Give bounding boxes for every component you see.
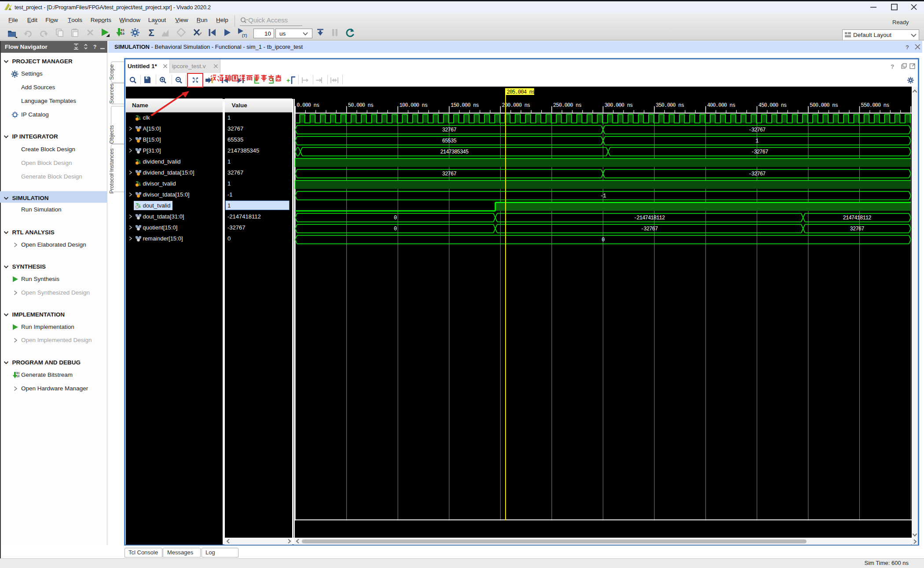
svg-text:(T): (T) bbox=[242, 33, 247, 38]
svg-text:01: 01 bbox=[16, 372, 19, 375]
svg-text:400.000 ns: 400.000 ns bbox=[707, 102, 736, 109]
svg-text:0: 0 bbox=[394, 226, 397, 232]
svg-text:2147418112: 2147418112 bbox=[843, 215, 872, 221]
svg-text:1: 1 bbox=[755, 138, 759, 144]
svg-text:350.000 ns: 350.000 ns bbox=[656, 102, 684, 109]
svg-text:200.000 ns: 200.000 ns bbox=[502, 102, 531, 109]
svg-text:-2147418112: -2147418112 bbox=[634, 215, 665, 221]
svg-text:-32767: -32767 bbox=[748, 127, 766, 133]
svg-text:450.000 ns: 450.000 ns bbox=[759, 102, 787, 109]
svg-text:0: 0 bbox=[394, 215, 397, 221]
svg-text:01: 01 bbox=[121, 29, 125, 32]
svg-text:0.000 ns: 0.000 ns bbox=[297, 102, 319, 109]
svg-text:550.000 ns: 550.000 ns bbox=[861, 102, 890, 109]
svg-text:?: ? bbox=[891, 63, 894, 70]
svg-text:32767: 32767 bbox=[442, 171, 457, 177]
svg-text:0: 0 bbox=[601, 237, 605, 243]
svg-text:10: 10 bbox=[16, 375, 19, 378]
svg-text:250.000 ns: 250.000 ns bbox=[553, 102, 582, 109]
svg-text:?: ? bbox=[906, 44, 909, 51]
svg-text:?: ? bbox=[93, 44, 96, 50]
svg-text:-32767: -32767 bbox=[641, 226, 658, 232]
svg-text:100.000 ns: 100.000 ns bbox=[399, 102, 428, 109]
svg-text:300.000 ns: 300.000 ns bbox=[605, 102, 633, 109]
svg-text:2147385345: 2147385345 bbox=[440, 149, 469, 155]
svg-text:-32767: -32767 bbox=[748, 171, 766, 177]
svg-text:-32767: -32767 bbox=[751, 149, 768, 155]
svg-text:50.000 ns: 50.000 ns bbox=[348, 102, 374, 109]
svg-text:32767: 32767 bbox=[442, 127, 457, 133]
svg-text:150.000 ns: 150.000 ns bbox=[451, 102, 479, 109]
svg-text:-1: -1 bbox=[600, 193, 606, 199]
svg-text:+: + bbox=[286, 77, 290, 84]
svg-text:65535: 65535 bbox=[442, 138, 457, 144]
svg-text:32767: 32767 bbox=[850, 226, 865, 232]
svg-text:500.000 ns: 500.000 ns bbox=[810, 102, 838, 109]
svg-text:205.004 ns: 205.004 ns bbox=[507, 89, 535, 95]
svg-text:10: 10 bbox=[121, 32, 125, 36]
